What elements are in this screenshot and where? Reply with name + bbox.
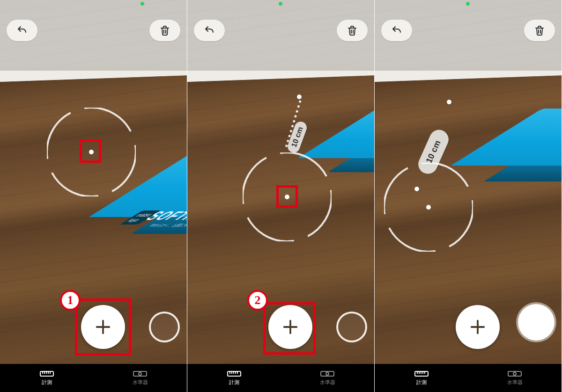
tab-bar: 計測 水準器: [187, 364, 374, 392]
undo-button[interactable]: [194, 20, 225, 41]
annotation-highlight-center: [80, 139, 101, 163]
measure-endpoint-a: [447, 100, 451, 104]
tab-level[interactable]: 水準器: [94, 364, 187, 392]
annotation-step-number: 2: [247, 290, 268, 311]
recording-indicator-dot: [140, 2, 144, 6]
trash-icon: [347, 25, 358, 36]
screenshot-1: matsu kiyo SOFTIM やわらかく、お肌にやさしい 1 計測 水準器: [0, 0, 187, 392]
undo-button[interactable]: [381, 20, 412, 41]
box-sub-text: やわらかく、お肌にやさしい: [147, 223, 187, 228]
tab-measure-label: 計測: [416, 379, 427, 386]
ruler-icon: [414, 370, 429, 377]
ruler-icon: [227, 370, 241, 377]
capture-button[interactable]: [518, 304, 555, 341]
undo-icon: [204, 25, 215, 36]
measure-endpoint-b: [414, 187, 419, 191]
recording-indicator-dot: [279, 2, 282, 6]
capture-button[interactable]: [149, 312, 180, 342]
tab-level-label: 水準器: [507, 379, 523, 386]
add-point-button[interactable]: [456, 305, 500, 349]
plus-icon: [469, 318, 487, 336]
ruler-icon: [40, 370, 54, 377]
svg-point-14: [513, 372, 516, 375]
tab-bar: 計測 水準器: [0, 364, 187, 392]
annotation-highlight-center: [276, 185, 298, 208]
measure-endpoint-a: [297, 94, 302, 99]
tab-level[interactable]: 水準器: [281, 364, 375, 392]
trash-icon: [159, 25, 170, 36]
screenshot-3: 10 cm 計測 水準器: [375, 0, 562, 392]
tab-measure-label: 計測: [42, 379, 52, 386]
svg-point-4: [139, 372, 141, 375]
level-icon: [508, 370, 522, 377]
level-icon: [320, 370, 334, 377]
clear-button[interactable]: [524, 20, 555, 41]
tab-bar: 計測 水準器: [375, 364, 562, 392]
svg-point-9: [326, 372, 329, 375]
tab-measure[interactable]: 計測: [375, 364, 468, 392]
trash-icon: [534, 25, 545, 36]
undo-button[interactable]: [7, 20, 37, 41]
undo-icon: [16, 25, 28, 36]
tab-measure[interactable]: 計測: [0, 364, 94, 392]
level-icon: [133, 370, 147, 377]
tab-level-label: 水準器: [320, 379, 335, 386]
clear-button[interactable]: [337, 20, 368, 41]
capture-button[interactable]: [336, 312, 367, 342]
recording-indicator-dot: [466, 2, 470, 6]
annotation-highlight-add: [75, 298, 131, 356]
screenshot-2: 10 cm 2 計測 水準器: [187, 0, 375, 392]
annotation-highlight-add: [263, 302, 316, 355]
tab-level-label: 水準器: [133, 379, 148, 386]
tab-measure[interactable]: 計測: [187, 364, 281, 392]
undo-icon: [391, 25, 402, 36]
tab-level[interactable]: 水準器: [468, 364, 562, 392]
annotation-step-number: 1: [60, 290, 81, 311]
tab-measure-label: 計測: [229, 379, 239, 386]
clear-button[interactable]: [149, 20, 180, 41]
